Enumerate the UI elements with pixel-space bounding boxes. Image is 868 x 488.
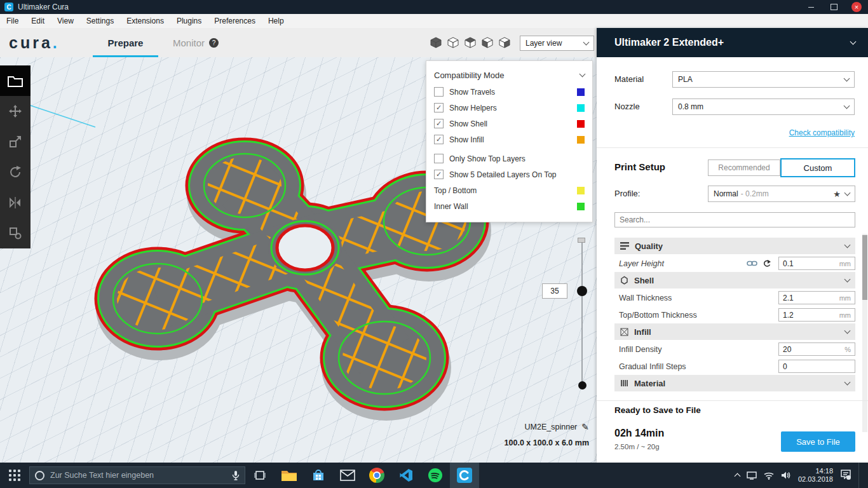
tab-monitor[interactable]: Monitor ?: [164, 28, 227, 57]
layer-slider-track[interactable]: [581, 240, 583, 386]
microphone-icon[interactable]: [232, 470, 240, 480]
wall-thickness-input[interactable]: [779, 293, 837, 303]
menu-bar: File Edit View Settings Extensions Plugi…: [0, 14, 868, 29]
recommended-mode-button[interactable]: Recommended: [708, 159, 780, 176]
inner-wall-color-swatch: [577, 203, 585, 210]
top-bottom-thickness-input[interactable]: [779, 310, 837, 320]
section-material[interactable]: Material: [614, 375, 855, 391]
xray-view-icon[interactable]: [447, 36, 459, 49]
rename-pencil-icon[interactable]: ✎: [581, 422, 589, 432]
layer-slider-bottom-handle[interactable]: [578, 381, 587, 390]
setting-infill-density: Infill Density %: [614, 341, 855, 358]
scale-tool-button[interactable]: [0, 126, 31, 157]
tab-prepare[interactable]: Prepare: [89, 28, 162, 57]
scrollbar-thumb[interactable]: [862, 235, 867, 300]
job-status: Ready to Save to File: [614, 405, 701, 415]
maximize-button[interactable]: [822, 0, 845, 14]
start-button[interactable]: [0, 463, 29, 488]
minimize-button[interactable]: [799, 0, 822, 14]
link-icon[interactable]: [747, 260, 757, 267]
menu-view[interactable]: View: [51, 14, 80, 28]
task-view-button[interactable]: [245, 463, 275, 488]
close-button[interactable]: [845, 0, 868, 14]
profile-dropdown[interactable]: Normal - 0.2mm ★: [708, 186, 855, 202]
windows-taskbar: Zur Suche Text hier eingeben: [0, 463, 868, 488]
show-desktop-strip[interactable]: [858, 463, 862, 488]
show-helpers-checkbox[interactable]: [434, 103, 444, 112]
layer-slider-handle[interactable]: [577, 286, 587, 296]
menu-settings[interactable]: Settings: [80, 14, 120, 28]
divider: [597, 147, 868, 148]
chrome-icon: [369, 468, 384, 483]
layer-number-box[interactable]: 35: [542, 283, 567, 299]
show-infill-checkbox[interactable]: [434, 135, 444, 144]
show-shell-checkbox[interactable]: [434, 119, 444, 128]
overhang-view-icon[interactable]: [464, 36, 477, 49]
model-dimensions: 100.0 x 100.0 x 6.0 mm: [505, 438, 589, 447]
per-model-settings-button[interactable]: [0, 218, 31, 248]
nozzle-label: Nozzle: [614, 102, 640, 111]
menu-help[interactable]: Help: [262, 14, 290, 28]
display-icon[interactable]: [747, 471, 757, 480]
gradual-infill-input[interactable]: [779, 362, 837, 372]
store-button[interactable]: [304, 463, 333, 488]
section-shell[interactable]: Shell: [614, 272, 855, 288]
speaker-icon[interactable]: [781, 471, 791, 480]
mirror-tool-button[interactable]: [0, 187, 31, 218]
material-dropdown[interactable]: PLA: [672, 71, 855, 88]
layer-view-icon[interactable]: [498, 36, 511, 49]
star-icon: ★: [833, 189, 841, 199]
settings-search-input[interactable]: [615, 213, 855, 227]
store-icon: [311, 468, 325, 482]
setting-gradual-infill: Gradual Infill Steps: [614, 358, 855, 375]
tool-column: [0, 96, 31, 248]
infill-density-input[interactable]: [779, 344, 837, 355]
action-center-button[interactable]: [840, 469, 851, 482]
open-file-button[interactable]: [0, 65, 31, 96]
spotify-button[interactable]: [421, 463, 450, 488]
save-to-file-button[interactable]: Save to File: [781, 431, 855, 452]
clock-date: 02.03.2018: [798, 475, 833, 484]
taskbar-clock[interactable]: 14:18 02.03.2018: [798, 467, 833, 484]
mail-button[interactable]: [333, 463, 362, 488]
chevron-down-icon: [844, 103, 850, 109]
only-top-layers-checkbox[interactable]: [434, 154, 444, 163]
section-quality[interactable]: Quality: [614, 238, 855, 254]
machine-selector[interactable]: Ultimaker 2 Extended+: [597, 28, 868, 57]
settings-scrollbar[interactable]: [862, 234, 867, 432]
view-mode-dropdown[interactable]: Layer view: [520, 36, 594, 51]
menu-preferences[interactable]: Preferences: [208, 14, 262, 28]
move-icon: [8, 104, 23, 119]
chrome-button[interactable]: [362, 463, 391, 488]
preview-view-icon[interactable]: [481, 36, 494, 49]
show-5-detailed-checkbox[interactable]: [434, 170, 444, 179]
nozzle-dropdown[interactable]: 0.8 mm: [672, 98, 855, 115]
show-travels-checkbox[interactable]: [434, 87, 444, 97]
layer-height-input[interactable]: [779, 259, 837, 269]
scale-icon: [8, 134, 23, 149]
compatibility-mode-header[interactable]: Compatibility Mode: [434, 66, 585, 84]
model-name[interactable]: UM2E_spinner ✎: [525, 422, 589, 432]
custom-mode-button[interactable]: Custom: [780, 158, 855, 177]
file-explorer-button[interactable]: [275, 463, 304, 488]
menu-edit[interactable]: Edit: [25, 14, 51, 28]
taskbar-search[interactable]: Zur Suche Text hier eingeben: [29, 466, 245, 484]
layer-slider-top-handle[interactable]: [578, 238, 585, 243]
move-tool-button[interactable]: [0, 96, 31, 126]
solid-view-icon[interactable]: [430, 36, 442, 49]
menu-file[interactable]: File: [0, 14, 25, 28]
menu-plugins[interactable]: Plugins: [170, 14, 208, 28]
wifi-icon[interactable]: [764, 471, 774, 480]
task-view-icon: [254, 470, 266, 480]
cura-taskbar-button[interactable]: [450, 463, 479, 488]
infill-icon: [620, 328, 628, 336]
revert-icon[interactable]: [763, 259, 771, 267]
section-infill[interactable]: Infill: [614, 323, 855, 340]
check-compatibility-link[interactable]: Check compatibility: [789, 128, 855, 137]
rotate-tool-button[interactable]: [0, 157, 31, 187]
menu-extensions[interactable]: Extensions: [120, 14, 170, 28]
viewport-3d[interactable]: Compatibility Mode Show Travels Show Hel…: [0, 57, 597, 463]
hidden-icons-chevron[interactable]: [734, 473, 740, 480]
close-icon: [851, 2, 862, 12]
vscode-button[interactable]: [391, 463, 421, 488]
